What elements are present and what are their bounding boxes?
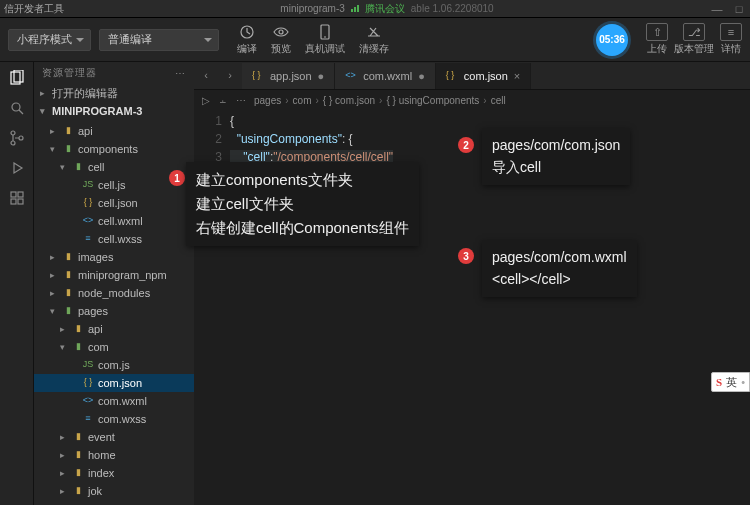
tree-node[interactable]: ≡cell.wxss: [34, 230, 194, 248]
editor-tab[interactable]: { }com.json×: [436, 63, 531, 89]
folder-icon: ▮: [62, 269, 74, 281]
upload-button[interactable]: ⇧上传: [646, 23, 668, 56]
minimize-icon[interactable]: ―: [710, 2, 724, 16]
tree-node[interactable]: <>cell.wxml: [34, 212, 194, 230]
breadcrumb-item[interactable]: { } com.json: [323, 95, 375, 106]
wxml-icon: <>: [82, 395, 94, 407]
ime-sep-icon: •: [741, 376, 745, 388]
breadcrumb-item[interactable]: { } usingComponents: [386, 95, 479, 106]
compile-select[interactable]: 普通编译: [99, 29, 219, 51]
wxss-icon: ≡: [82, 233, 94, 245]
explorer-title: 资源管理器: [42, 66, 97, 80]
folder-g-icon: ▮: [72, 161, 84, 173]
run-icon[interactable]: ▷: [202, 95, 210, 106]
debug-icon[interactable]: [7, 158, 27, 178]
version-text: able 1.06.2208010: [411, 3, 494, 14]
tree-node[interactable]: ≡com.wxss: [34, 410, 194, 428]
activity-bar: [0, 62, 34, 505]
svg-point-6: [12, 103, 20, 111]
tree-node[interactable]: { }com.json: [34, 374, 194, 392]
explorer-icon[interactable]: [7, 68, 27, 88]
tab-nav-left-icon[interactable]: ‹: [194, 61, 218, 89]
folder-icon: ▮: [72, 485, 84, 497]
svg-rect-15: [18, 199, 23, 204]
json-icon: { }: [82, 377, 94, 389]
tree-node[interactable]: ▮node_modules: [34, 284, 194, 302]
tree-node[interactable]: ▮api: [34, 122, 194, 140]
meeting-label: 腾讯会议: [365, 2, 405, 16]
extensions-icon[interactable]: [7, 188, 27, 208]
tree-node[interactable]: <>com.wxml: [34, 392, 194, 410]
tree-node[interactable]: JScom.js: [34, 356, 194, 374]
explorer-more-icon[interactable]: ⋯: [175, 68, 186, 79]
window-title: 信开发者工具: [4, 2, 64, 16]
tree-node[interactable]: { }cell.json: [34, 194, 194, 212]
annotation-1: 建立components文件夹 建立cell文件夹 右键创建cell的Compo…: [186, 162, 419, 246]
detail-button[interactable]: ≡详情: [720, 23, 742, 56]
preview-button[interactable]: 预览: [271, 24, 291, 56]
folder-g-icon: ▮: [62, 305, 74, 317]
editor-tab[interactable]: <>com.wxml●: [335, 63, 436, 89]
folder-icon: ▮: [72, 323, 84, 335]
clear-cache-button[interactable]: 清缓存: [359, 24, 389, 56]
tree-node[interactable]: ▮pages: [34, 302, 194, 320]
editor-tab[interactable]: { }app.json●: [242, 63, 335, 89]
tree-node[interactable]: ▮life: [34, 500, 194, 505]
breadcrumb[interactable]: pages›com›{ } com.json›{ } usingComponen…: [254, 95, 506, 106]
svg-point-1: [279, 30, 283, 34]
remote-debug-button[interactable]: 真机调试: [305, 24, 345, 56]
annotation-badge-2: 2: [458, 137, 474, 153]
annotation-badge-1: 1: [169, 170, 185, 186]
wxss-icon: ≡: [82, 413, 94, 425]
open-editors-section[interactable]: 打开的编辑器: [34, 84, 194, 102]
folder-icon: ▮: [62, 125, 74, 137]
tree-node[interactable]: ▮index: [34, 464, 194, 482]
tree-node[interactable]: ▮images: [34, 248, 194, 266]
close-tab-icon[interactable]: ×: [514, 70, 520, 82]
tree-node[interactable]: ▮jok: [34, 482, 194, 500]
folder-icon: ▮: [62, 251, 74, 263]
svg-point-8: [11, 131, 15, 135]
breadcrumb-item[interactable]: cell: [491, 95, 506, 106]
eye-icon: [273, 24, 289, 40]
breadcrumb-item[interactable]: pages: [254, 95, 281, 106]
split-icon[interactable]: ⫠: [218, 95, 228, 106]
svg-line-7: [19, 110, 23, 114]
tree-node[interactable]: ▮event: [34, 428, 194, 446]
main-toolbar: 小程序模式 普通编译 编译 预览 真机调试 清缓存 05:36 ⇧上传 ⎇版本管…: [0, 18, 750, 62]
tree-node[interactable]: ▮api: [34, 320, 194, 338]
menu-icon: ≡: [728, 26, 734, 38]
modified-dot-icon: ●: [318, 70, 325, 82]
broom-icon: [366, 24, 382, 40]
compile-button[interactable]: 编译: [237, 24, 257, 56]
js-icon: JS: [82, 179, 94, 191]
wxml-icon: <>: [345, 70, 357, 82]
tree-node[interactable]: ▮components: [34, 140, 194, 158]
tab-nav-right-icon[interactable]: ›: [218, 61, 242, 89]
editor-sub-toolbar: ▷ ⫠ ⋯ pages›com›{ } com.json›{ } usingCo…: [194, 90, 750, 110]
project-name: miniprogram-3: [280, 3, 344, 14]
tree-node[interactable]: ▮home: [34, 446, 194, 464]
file-explorer: 资源管理器 ⋯ 打开的编辑器 MINIPROGRAM-3 ▮api▮compon…: [34, 62, 194, 505]
maximize-icon[interactable]: □: [732, 2, 746, 16]
scm-icon[interactable]: [7, 128, 27, 148]
folder-icon: ▮: [72, 467, 84, 479]
search-icon[interactable]: [7, 98, 27, 118]
version-button[interactable]: ⎇版本管理: [674, 23, 714, 56]
annotation-2: pages/com/com.json 导入cell: [482, 128, 630, 185]
breadcrumb-item[interactable]: com: [293, 95, 312, 106]
tree-node[interactable]: ▮com: [34, 338, 194, 356]
svg-point-9: [11, 141, 15, 145]
svg-marker-11: [14, 163, 22, 173]
more-icon[interactable]: ⋯: [236, 95, 246, 106]
mode-select[interactable]: 小程序模式: [8, 29, 91, 51]
tree-node[interactable]: ▮miniprogram_npm: [34, 266, 194, 284]
folder-g-icon: ▮: [72, 341, 84, 353]
json-icon: { }: [82, 197, 94, 209]
ime-indicator[interactable]: S 英 •: [711, 372, 750, 392]
project-root[interactable]: MINIPROGRAM-3: [34, 102, 194, 120]
folder-icon: ▮: [72, 449, 84, 461]
phone-icon: [317, 24, 333, 40]
json-icon: { }: [446, 70, 458, 82]
compile-icon: [239, 24, 255, 40]
